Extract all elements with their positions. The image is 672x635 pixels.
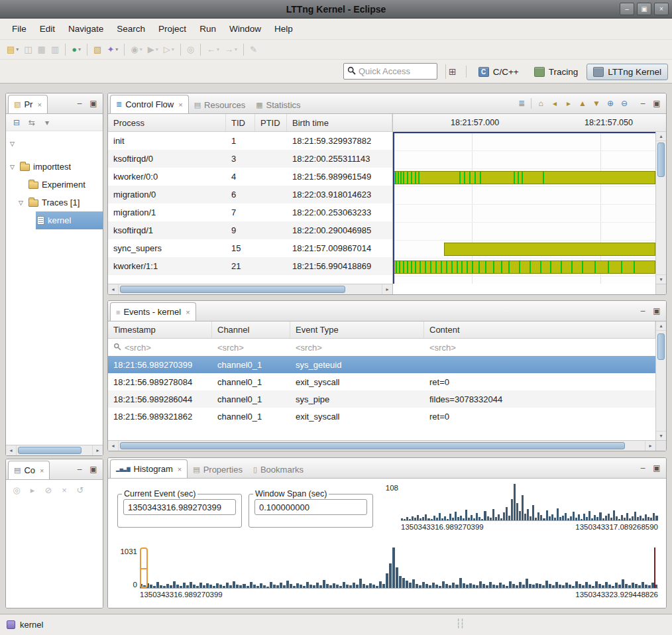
maximize-view-icon[interactable]: ▣ [89,465,98,474]
perspective-lttng-kernel[interactable]: LTTng Kernel [587,64,668,80]
expander-icon[interactable]: ▽ [10,141,19,147]
expander-icon[interactable]: ▽ [19,200,27,206]
status-grip[interactable]: ┆┆ [456,618,464,628]
tab-statistics[interactable]: ▦Statistics [251,96,306,113]
column-header-ptid[interactable]: PTID [255,114,287,131]
full-trace-histogram[interactable]: 1031 0 1350343316.989270399 1350343323.9… [117,548,658,599]
event-row[interactable]: 18:21:56.989270399channel0_1sys_geteuid [108,356,655,373]
filter-cell[interactable]: <srch> [108,343,212,353]
close-icon[interactable]: × [186,308,190,316]
link-with-editor-icon[interactable]: ⇆ [27,118,36,127]
scrollbar-thumb[interactable] [657,333,665,360]
scroll-up-icon[interactable]: ▴ [656,132,666,141]
tree-item[interactable]: ▽ [6,135,103,152]
scroll-right-icon[interactable]: ▸ [382,284,392,294]
tab-co[interactable]: ▤Co× [8,461,50,479]
maximize-view-icon[interactable]: ▣ [89,99,98,108]
import-wizard-icon[interactable]: ✦▾ [105,42,120,57]
scrollbar-thumb[interactable] [18,447,82,454]
column-header-birth-time[interactable]: Birth time [287,114,392,131]
minimize-view-icon[interactable]: – [638,99,647,108]
horizontal-scrollbar[interactable]: ◂ ▸ [108,440,655,451]
zoom-in-icon[interactable]: ⊕ [606,99,615,108]
new-connection-icon[interactable]: ●▾ [70,42,83,57]
process-row[interactable]: migration/1718:22:00.253063233 [108,203,392,221]
process-row[interactable]: ksoftirqd/1918:22:00.290046985 [108,221,392,239]
minimize-view-icon[interactable]: – [75,465,84,474]
column-header-channel[interactable]: Channel [212,321,290,338]
timeline-row[interactable] [393,223,655,241]
tab-histogram[interactable]: ▂▅▃▇Histogram× [110,459,188,478]
close-icon[interactable]: × [40,467,44,475]
event-row[interactable]: 18:21:56.989321862channel0_1exit_syscall… [108,408,655,425]
maximize-button[interactable]: ▣ [637,3,651,15]
menu-item-project[interactable]: Project [152,21,193,37]
process-row[interactable]: migration/0618:22:03.918014623 [108,186,392,203]
selection-window-marker[interactable] [140,548,148,588]
close-icon[interactable]: × [178,101,182,109]
scroll-down-icon[interactable]: ▾ [656,431,666,440]
timeline-row[interactable] [393,259,655,276]
open-trace-icon[interactable]: ▧ [91,42,103,57]
event-row[interactable]: 18:21:56.989286044channel0_1sys_pipefild… [108,390,655,408]
minimize-view-icon[interactable]: – [638,306,647,316]
menu-item-navigate[interactable]: Navigate [62,21,110,37]
maximize-view-icon[interactable]: ▣ [652,99,661,108]
tree-item-experiment[interactable]: Experiment [6,176,103,194]
vertical-scrollbar[interactable]: ▴ ▾ [655,321,666,440]
maximize-view-icon[interactable]: ▣ [652,463,661,473]
scroll-left-icon[interactable]: ◂ [6,445,17,455]
close-icon[interactable]: × [178,465,182,473]
filter-cell[interactable]: <srch> [424,343,655,353]
tree-item-kernel[interactable]: kernel [6,211,103,229]
tab-resources[interactable]: ▤Resources [189,96,251,113]
up-icon[interactable]: ▲ [578,99,587,108]
tab-control-flow[interactable]: ≣Control Flow× [110,95,189,113]
scroll-right-icon[interactable]: ▸ [92,445,103,455]
close-icon[interactable]: × [37,101,41,109]
view-menu-icon[interactable]: ▾ [42,118,52,127]
expander-icon[interactable]: ▽ [10,164,19,170]
timeline-row[interactable] [393,169,655,187]
quick-access-input[interactable] [359,66,433,76]
select-next-event-icon[interactable]: ▸ [564,99,573,108]
vertical-scrollbar[interactable]: ▴ ▾ [655,132,666,284]
scrollbar-thumb[interactable] [657,143,665,177]
column-header-tid[interactable]: TID [226,114,255,131]
horizontal-scrollbar[interactable]: ◂ ▸ [6,445,103,455]
filter-cell[interactable]: <srch> [212,343,290,353]
timeline-row[interactable] [393,133,655,151]
window-span-histogram[interactable]: 108 1350343316.989270399 1350343317.0892… [382,484,658,531]
minimize-view-icon[interactable]: – [638,463,647,473]
scroll-left-icon[interactable]: ◂ [108,284,119,294]
process-row[interactable]: sync_supers1518:21:57.009867014 [108,239,392,257]
process-row[interactable]: kworker/1:12118:21:56.990418869 [108,257,392,275]
minimize-button[interactable]: – [620,3,634,15]
perspective-tracing[interactable]: Tracing [528,64,585,80]
timeline-row[interactable] [393,205,655,223]
scroll-up-icon[interactable]: ▴ [656,321,666,331]
scrollbar-thumb[interactable] [120,442,625,449]
tab-properties[interactable]: ▤Properties [188,461,248,478]
menu-item-file[interactable]: File [5,21,33,37]
show-legend-icon[interactable]: ≣ [517,99,526,108]
timeline-row[interactable] [393,241,655,259]
process-row[interactable]: init118:21:59.329937882 [108,132,392,150]
window-span-input[interactable] [254,499,367,515]
open-perspective-icon[interactable]: ⊞ [445,66,461,77]
menu-item-run[interactable]: Run [193,21,223,37]
menu-item-window[interactable]: Window [223,21,268,37]
column-header-content[interactable]: Content [424,321,655,338]
scroll-right-icon[interactable]: ▸ [645,441,655,451]
close-button[interactable]: × [654,3,669,15]
reset-time-icon[interactable]: ⌂ [536,99,545,108]
select-prev-event-icon[interactable]: ◂ [550,99,559,108]
column-header-process[interactable]: Process [108,114,226,131]
timeline-row[interactable] [393,187,655,205]
perspective-c-c[interactable]: CC/C++ [472,64,526,80]
current-event-input[interactable] [123,499,236,515]
zoom-out-icon[interactable]: ⊖ [620,99,629,108]
menu-item-search[interactable]: Search [110,21,152,37]
tab-bookmarks[interactable]: ▯Bookmarks [248,461,309,478]
process-row[interactable]: kworker/0:0418:21:56.989961549 [108,168,392,186]
